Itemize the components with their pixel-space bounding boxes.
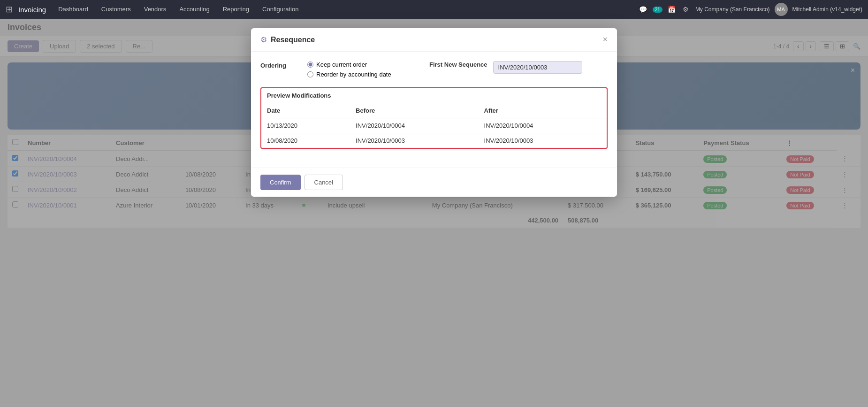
nav-dashboard[interactable]: Dashboard bbox=[52, 0, 95, 19]
settings-icon[interactable]: ⚙ bbox=[681, 5, 691, 14]
radio-reorder-accounting-input[interactable] bbox=[307, 71, 313, 77]
preview-date-1: 10/08/2020 bbox=[261, 133, 350, 148]
preview-after-1: INV/2020/10/0003 bbox=[479, 133, 607, 148]
preview-row: 10/08/2020 INV/2020/10/0003 INV/2020/10/… bbox=[261, 133, 607, 148]
resequence-modal: ⚙ Resequence × Ordering Keep current ord… bbox=[251, 28, 617, 197]
modal-header: ⚙ Resequence × bbox=[251, 28, 617, 52]
preview-before-0: INV/2020/10/0004 bbox=[350, 118, 478, 133]
calendar-icon[interactable]: 📅 bbox=[667, 5, 677, 14]
preview-col-date: Date bbox=[261, 103, 350, 118]
nav-configuration[interactable]: Configuration bbox=[256, 0, 305, 19]
grid-icon[interactable]: ⊞ bbox=[6, 4, 13, 15]
app-name: Invoicing bbox=[18, 6, 46, 14]
ordering-radio-group: Keep current order Reorder by accounting… bbox=[307, 61, 401, 78]
modal-close-button[interactable]: × bbox=[602, 35, 608, 45]
preview-row: 10/13/2020 INV/2020/10/0004 INV/2020/10/… bbox=[261, 118, 607, 133]
modal-overlay: ⚙ Resequence × Ordering Keep current ord… bbox=[0, 19, 868, 407]
main-nav: Dashboard Customers Vendors Accounting R… bbox=[52, 0, 305, 19]
admin-name: Mitchell Admin (v14_widget) bbox=[792, 6, 862, 13]
company-name: My Company (San Francisco) bbox=[695, 6, 770, 13]
modal-body: Ordering Keep current order Reorder by a… bbox=[251, 52, 617, 168]
modal-footer: Confirm Cancel bbox=[251, 168, 617, 197]
avatar[interactable]: MA bbox=[775, 3, 788, 16]
topbar: ⊞ Invoicing Dashboard Customers Vendors … bbox=[0, 0, 868, 19]
radio-keep-current-input[interactable] bbox=[307, 61, 313, 68]
preview-date-0: 10/13/2020 bbox=[261, 118, 350, 133]
nav-vendors[interactable]: Vendors bbox=[137, 0, 173, 19]
discuss-icon[interactable]: 💬 bbox=[639, 5, 648, 14]
modal-header-icon: ⚙ bbox=[260, 35, 267, 44]
ordering-label: Ordering bbox=[260, 62, 307, 69]
first-sequence-input[interactable] bbox=[493, 61, 582, 74]
modal-title: Resequence bbox=[271, 36, 602, 44]
page-bg: Invoices Create Upload 2 selected Re... … bbox=[0, 19, 868, 407]
ordering-section: Ordering Keep current order Reorder by a… bbox=[260, 61, 608, 78]
preview-title: Preview Modifications bbox=[261, 88, 607, 103]
preview-table: Date Before After 10/13/2020 INV/2020/10… bbox=[261, 103, 607, 148]
radio-keep-current-label: Keep current order bbox=[316, 61, 367, 68]
first-sequence-label: First New Sequence bbox=[429, 61, 487, 68]
preview-col-after: After bbox=[479, 103, 607, 118]
preview-after-0: INV/2020/10/0004 bbox=[479, 118, 607, 133]
topbar-right: 💬 21 📅 ⚙ My Company (San Francisco) MA M… bbox=[639, 3, 862, 16]
nav-accounting[interactable]: Accounting bbox=[173, 0, 216, 19]
radio-keep-current[interactable]: Keep current order bbox=[307, 61, 401, 68]
nav-customers[interactable]: Customers bbox=[95, 0, 137, 19]
preview-modifications-box: Preview Modifications Date Before After … bbox=[260, 87, 608, 149]
radio-reorder-accounting[interactable]: Reorder by accounting date bbox=[307, 71, 401, 78]
confirm-button[interactable]: Confirm bbox=[260, 175, 301, 190]
preview-col-before: Before bbox=[350, 103, 478, 118]
preview-before-1: INV/2020/10/0003 bbox=[350, 133, 478, 148]
radio-reorder-accounting-label: Reorder by accounting date bbox=[316, 71, 391, 78]
notification-badge: 21 bbox=[653, 7, 662, 13]
nav-reporting[interactable]: Reporting bbox=[216, 0, 256, 19]
cancel-button[interactable]: Cancel bbox=[305, 175, 343, 190]
